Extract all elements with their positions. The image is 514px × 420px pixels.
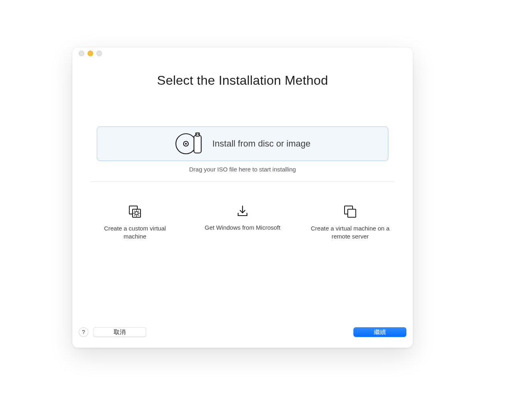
continue-button[interactable]: 繼續 — [353, 327, 406, 337]
option-label: Get Windows from Microsoft — [205, 224, 280, 232]
window-zoom-button[interactable] — [96, 51, 102, 56]
svg-line-15 — [139, 215, 139, 216]
get-windows-option[interactable]: Get Windows from Microsoft — [198, 204, 287, 240]
svg-line-14 — [134, 211, 135, 211]
svg-rect-20 — [348, 209, 356, 217]
option-label: Create a virtual machine on a remote ser… — [308, 224, 392, 240]
page-title: Select the Installation Method — [157, 73, 328, 88]
install-from-disc-option[interactable]: Install from disc or image — [97, 126, 388, 161]
primary-option-hint: Drag your ISO file here to start install… — [189, 166, 296, 173]
svg-point-2 — [185, 143, 187, 145]
svg-line-16 — [139, 211, 139, 211]
help-button[interactable]: ? — [79, 327, 88, 337]
disc-usb-icon — [175, 132, 205, 155]
titlebar — [72, 47, 413, 59]
remote-server-vm-option[interactable]: Create a virtual machine on a remote ser… — [306, 204, 394, 240]
window-minimize-button[interactable] — [88, 51, 93, 56]
svg-rect-4 — [196, 133, 199, 136]
svg-rect-3 — [194, 135, 201, 153]
window-close-button[interactable] — [79, 51, 84, 56]
primary-option-label: Install from disc or image — [212, 139, 311, 149]
divider — [91, 181, 394, 182]
svg-line-17 — [134, 215, 135, 216]
secondary-options-row: Create a custom virtual machine Get Wind… — [91, 204, 394, 240]
custom-vm-icon — [128, 204, 142, 219]
installer-window: Select the Installation Method — [72, 47, 413, 348]
download-icon — [236, 204, 249, 218]
option-label: Create a custom virtual machine — [93, 224, 177, 240]
content-area: Select the Installation Method — [72, 59, 413, 320]
footer: ? 取消 繼續 — [72, 320, 413, 348]
remote-server-icon — [343, 204, 357, 219]
cancel-button[interactable]: 取消 — [93, 327, 146, 337]
create-custom-vm-option[interactable]: Create a custom virtual machine — [91, 204, 179, 240]
